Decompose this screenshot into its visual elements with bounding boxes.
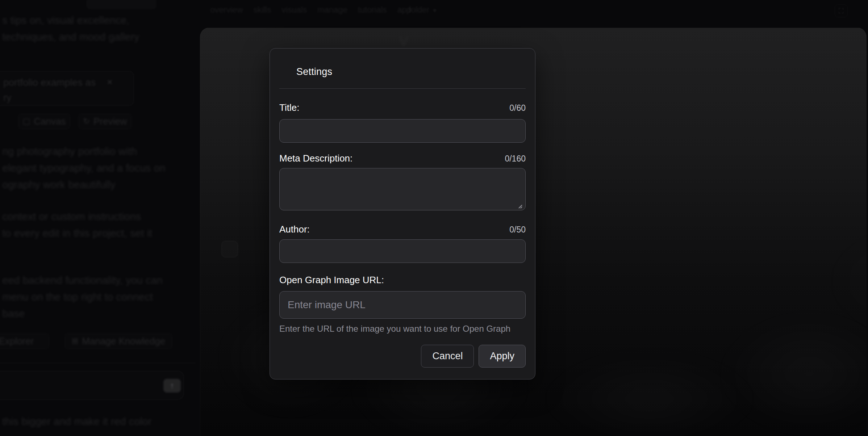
meta-description-textarea[interactable]	[279, 168, 526, 210]
resize-handle-icon[interactable]	[516, 202, 523, 209]
dialog-title: Settings	[296, 66, 332, 77]
og-image-url-input[interactable]	[279, 291, 526, 319]
og-image-url-label: Open Graph Image URL:	[279, 274, 384, 286]
title-label: Title:	[279, 102, 299, 113]
title-input[interactable]	[279, 119, 526, 143]
dialog-divider	[279, 88, 526, 89]
settings-dialog: Settings Title: 0/60 Meta Description: 0…	[270, 48, 535, 380]
title-counter: 0/60	[509, 103, 526, 113]
meta-description-label: Meta Description:	[279, 153, 352, 164]
cancel-button[interactable]: Cancel	[421, 345, 474, 368]
apply-button[interactable]: Apply	[479, 345, 526, 368]
author-input[interactable]	[279, 239, 526, 263]
author-counter: 0/50	[509, 225, 526, 235]
author-label: Author:	[279, 224, 310, 235]
meta-description-counter: 0/160	[505, 154, 526, 164]
og-image-helper-text: Enter the URL of the image you want to u…	[279, 324, 510, 334]
